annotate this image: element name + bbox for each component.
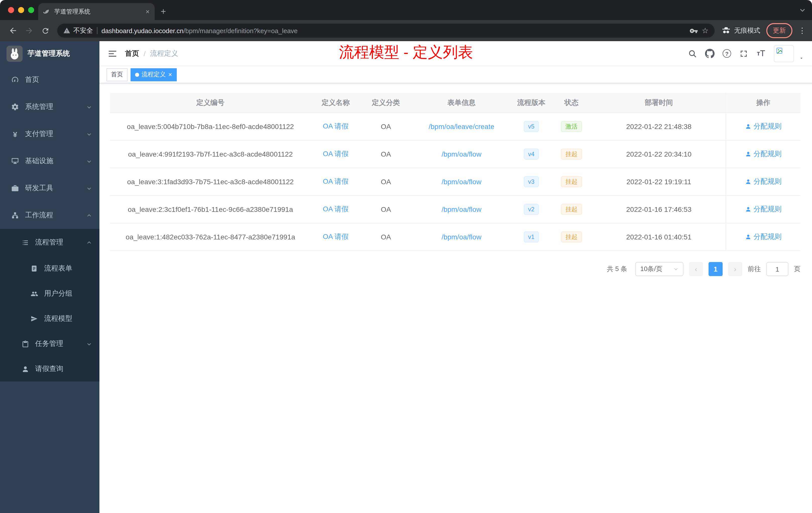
definition-name-link[interactable]: OA 请假 (323, 150, 349, 159)
sidebar-item-payment[interactable]: ¥ 支付管理 (0, 120, 99, 148)
sidebar-item-process-model[interactable]: 流程模型 (0, 306, 99, 331)
close-window-button[interactable] (8, 7, 14, 13)
definition-id: oa_leave:2:3c1f0ef1-76b1-11ec-9c66-a2380… (110, 196, 311, 223)
sidebar-item-devtools[interactable]: 研发工具 (0, 175, 99, 202)
sidebar-item-label: 工作流程 (25, 211, 53, 220)
sidebar-item-label: 研发工具 (25, 184, 53, 193)
window-controls (0, 0, 42, 20)
hamburger-icon[interactable] (108, 49, 117, 58)
address-bar[interactable]: 不安全 dashboard.yudao.iocoder.cn/bpm/manag… (57, 24, 715, 38)
goto-label: 前往 (748, 265, 761, 274)
zoom-window-button[interactable] (28, 7, 34, 13)
url-path: /bpm/manager/definition?key=oa_leave (183, 27, 298, 34)
assign-rule-link[interactable]: 分配规则 (745, 150, 782, 159)
definition-name-link[interactable]: OA 请假 (323, 177, 349, 186)
github-icon[interactable] (705, 49, 715, 58)
definition-id: oa_leave:3:1fad3d93-7b75-11ec-a3c8-acde4… (110, 168, 311, 195)
deploy-time: 2022-01-22 21:48:38 (592, 113, 726, 140)
sidebar-item-home[interactable]: 首页 (0, 66, 99, 93)
tab-search-icon[interactable] (799, 0, 806, 20)
table-header-row: 定义编号 定义名称 定义分类 表单信息 流程版本 状态 部署时间 操作 (110, 93, 801, 113)
tags-view-bar: 首页 流程定义 × (99, 66, 812, 83)
font-size-icon[interactable] (756, 49, 766, 58)
column-header: 部署时间 (592, 93, 726, 113)
new-tab-button[interactable]: + (155, 3, 172, 20)
browser-tab-strip: 芋道管理系统 × + (0, 0, 812, 20)
incognito-badge: 无痕模式 (722, 26, 760, 35)
status-badge: 挂起 (561, 232, 582, 242)
password-key-icon[interactable] (689, 26, 698, 35)
page-size-value: 10条/页 (640, 265, 662, 274)
url-host: dashboard.yudao.iocoder.cn (102, 27, 183, 34)
sidebar-item-workflow[interactable]: 工作流程 (0, 202, 99, 229)
definition-name-link[interactable]: OA 请假 (323, 233, 349, 241)
fullscreen-icon[interactable] (739, 49, 748, 58)
update-chrome-button[interactable]: 更新 (766, 23, 792, 38)
avatar-caret-icon[interactable] (799, 56, 804, 60)
version-badge: v4 (523, 149, 539, 160)
sidebar-item-user-group[interactable]: 用户分组 (0, 281, 99, 306)
sidebar-item-leave-query[interactable]: 请假查询 (0, 356, 99, 382)
reload-icon[interactable] (38, 24, 52, 38)
table-row: oa_leave:3:1fad3d93-7b75-11ec-a3c8-acde4… (110, 168, 801, 196)
avatar[interactable] (774, 45, 794, 62)
sidebar-item-infrastructure[interactable]: 基础设施 (0, 148, 99, 175)
search-icon[interactable] (688, 49, 697, 58)
form-link[interactable]: /bpm/oa/flow (442, 205, 482, 213)
security-label: 不安全 (73, 26, 93, 35)
breadcrumb-home[interactable]: 首页 (125, 49, 139, 58)
form-link[interactable]: /bpm/oa/leave/create (429, 122, 494, 130)
help-icon[interactable]: ? (723, 49, 731, 58)
tab-close-icon[interactable]: × (146, 8, 150, 15)
definition-category: OA (360, 141, 411, 168)
status-badge: 激活 (561, 121, 582, 132)
chevron-down-icon (86, 131, 92, 137)
definition-name-link[interactable]: OA 请假 (323, 205, 349, 214)
sidebar-item-label: 基础设施 (25, 157, 53, 165)
page-content: 定义编号 定义名称 定义分类 表单信息 流程版本 状态 部署时间 操作 oa_l… (99, 83, 812, 513)
browser-tab[interactable]: 芋道管理系统 × (38, 3, 155, 20)
assign-rule-link[interactable]: 分配规则 (745, 205, 782, 214)
chevron-down-icon (86, 341, 92, 346)
page-number-button[interactable]: 1 (708, 262, 723, 276)
assign-rule-link[interactable]: 分配规则 (745, 177, 782, 186)
version-badge: v1 (523, 232, 539, 242)
browser-menu-icon[interactable]: ⋮ (799, 26, 806, 35)
tag-process-definition[interactable]: 流程定义 × (130, 68, 176, 81)
minimize-window-button[interactable] (18, 7, 24, 13)
definition-name-link[interactable]: OA 请假 (323, 122, 349, 131)
user-icon (745, 234, 751, 240)
forward-icon[interactable] (22, 24, 36, 38)
tag-home[interactable]: 首页 (107, 68, 127, 81)
assign-rule-link[interactable]: 分配规则 (745, 122, 782, 131)
sidebar-item-system[interactable]: 系统管理 (0, 93, 99, 120)
form-link[interactable]: /bpm/oa/flow (442, 150, 482, 158)
status-badge: 挂起 (561, 204, 582, 215)
definition-category: OA (360, 168, 411, 195)
tag-close-icon[interactable]: × (168, 71, 172, 78)
definition-table: 定义编号 定义名称 定义分类 表单信息 流程版本 状态 部署时间 操作 oa_l… (110, 93, 801, 251)
sidebar-item-process-management[interactable]: 流程管理 (0, 229, 99, 256)
sidebar-brand[interactable]: 芋道管理系统 (0, 41, 99, 66)
assign-rule-link[interactable]: 分配规则 (745, 233, 782, 241)
document-icon (30, 265, 39, 272)
next-page-button[interactable]: › (728, 262, 742, 276)
deploy-time: 2022-01-22 20:34:10 (592, 141, 726, 168)
workflow-icon (10, 211, 20, 219)
security-chip[interactable]: 不安全 (63, 26, 93, 35)
form-link[interactable]: /bpm/oa/flow (442, 233, 482, 241)
form-link[interactable]: /bpm/oa/flow (442, 178, 482, 186)
bookmark-star-icon[interactable]: ☆ (702, 26, 708, 35)
user-icon (745, 206, 751, 212)
back-icon[interactable] (6, 24, 20, 38)
sidebar-item-task-management[interactable]: 任务管理 (0, 331, 99, 356)
warning-icon (63, 27, 70, 34)
table-row: oa_leave:5:004b710b-7b8a-11ec-8ef0-acde4… (110, 113, 801, 141)
page-size-select[interactable]: 10条/页 (635, 262, 684, 276)
sidebar-item-label: 首页 (25, 75, 39, 84)
goto-page-input[interactable] (766, 262, 788, 276)
toolbar-right: 无痕模式 更新 ⋮ (720, 23, 806, 38)
prev-page-button[interactable]: ‹ (689, 262, 703, 276)
sidebar-item-process-form[interactable]: 流程表单 (0, 256, 99, 281)
column-header: 定义名称 (311, 93, 360, 113)
